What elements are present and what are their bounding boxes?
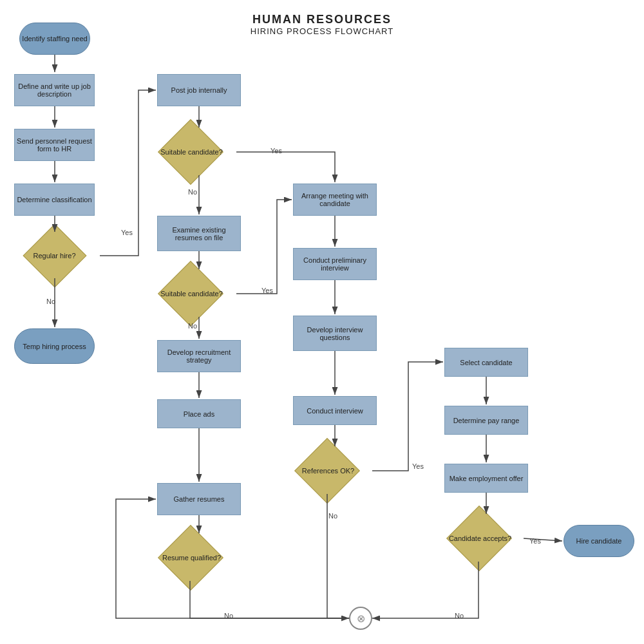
title-main: HUMAN RESOURCES — [0, 13, 644, 26]
examine-resumes: Examine existing resumes on file — [157, 216, 241, 251]
temp-hiring: Temp hiring process — [14, 328, 95, 364]
merge-circle: ⊗ — [349, 607, 372, 630]
suitable2-wrap: Suitable candidate? — [148, 270, 194, 317]
determine-class: Determine classification — [14, 184, 95, 216]
develop-interview: Develop interview questions — [293, 316, 377, 351]
title-sub: HIRING PROCESS FLOWCHART — [0, 26, 644, 36]
references-ok-wrap: References OK? — [285, 448, 331, 494]
label-no-accepts: No — [455, 612, 464, 620]
place-ads: Place ads — [157, 399, 241, 428]
conduct-prelim: Conduct preliminary interview — [293, 248, 377, 280]
label-yes-accepts: Yes — [529, 537, 541, 545]
send-personnel: Send personnel request form to HR — [14, 129, 95, 161]
develop-recruitment: Develop recruitment strategy — [157, 340, 241, 372]
candidate-accepts-wrap: Candidate accepts? — [437, 515, 483, 562]
post-job: Post job internally — [157, 74, 241, 106]
resume-qualified-wrap: Resume qualified? — [148, 535, 194, 581]
determine-pay: Determine pay range — [444, 406, 528, 435]
identify-staffing: Identify staffing need — [19, 23, 90, 55]
label-no-resume: No — [224, 612, 233, 620]
label-yes-reg: Yes — [121, 229, 133, 236]
define-job: Define and write up job description — [14, 74, 95, 106]
flowchart-canvas: HUMAN RESOURCES HIRING PROCESS FLOWCHART… — [0, 0, 644, 644]
arrange-meeting: Arrange meeting with candidate — [293, 184, 377, 216]
label-no-suitable2: No — [188, 322, 197, 330]
label-no-suitable1: No — [188, 188, 197, 196]
label-no-refs: No — [328, 512, 337, 520]
label-yes-suitable2: Yes — [261, 287, 273, 294]
regular-hire-wrap: Regular hire? — [14, 233, 59, 278]
title-area: HUMAN RESOURCES HIRING PROCESS FLOWCHART — [0, 5, 644, 36]
conduct-interview: Conduct interview — [293, 396, 377, 425]
hire-candidate: Hire candidate — [564, 525, 634, 557]
make-offer: Make employment offer — [444, 464, 528, 493]
label-yes-suitable1: Yes — [270, 147, 282, 155]
suitable1-wrap: Suitable candidate? — [148, 129, 194, 175]
label-no-regular: No — [46, 298, 55, 305]
select-candidate: Select candidate — [444, 348, 528, 377]
label-yes-refs: Yes — [412, 462, 424, 470]
gather-resumes: Gather resumes — [157, 483, 241, 515]
